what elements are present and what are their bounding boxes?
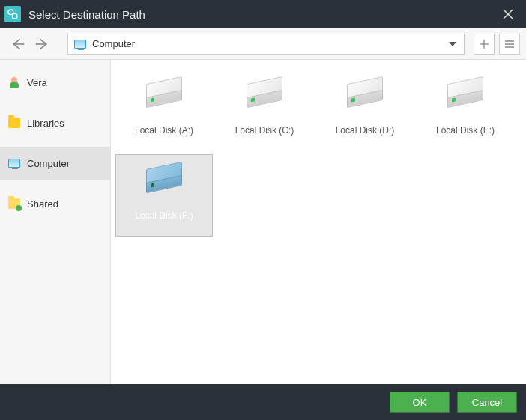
- shared-folder-icon: [7, 197, 21, 210]
- sidebar-item-label: Vera: [27, 77, 47, 88]
- libraries-icon: [7, 116, 21, 130]
- footer: OK Cancel: [0, 384, 526, 420]
- sidebar: Vera Libraries Computer Shared: [0, 60, 111, 384]
- disk-icon: [242, 76, 287, 115]
- window-title: Select Destination Path: [28, 8, 496, 21]
- ok-button[interactable]: OK: [390, 392, 450, 413]
- body: Vera Libraries Computer Shared Local Dis…: [0, 60, 526, 384]
- sidebar-item-label: Shared: [27, 198, 58, 210]
- disk-item[interactable]: Local Disk (F:): [115, 154, 213, 237]
- sidebar-item-vera[interactable]: Vera: [0, 66, 110, 99]
- list-icon: [504, 39, 515, 49]
- user-icon: [7, 76, 21, 89]
- disk-item[interactable]: Local Disk (E:): [417, 69, 514, 151]
- disk-item[interactable]: Local Disk (C:): [216, 69, 313, 151]
- view-list-button[interactable]: [499, 34, 520, 55]
- chevron-down-icon: [449, 42, 456, 46]
- breadcrumb-text: Computer: [92, 38, 446, 49]
- new-folder-button[interactable]: [474, 34, 495, 55]
- sidebar-item-shared[interactable]: Shared: [0, 187, 110, 220]
- disk-icon: [342, 76, 387, 115]
- disk-label: Local Disk (C:): [235, 125, 294, 136]
- cancel-button[interactable]: Cancel: [457, 392, 517, 413]
- monitor-icon: [7, 156, 21, 170]
- disk-item[interactable]: Local Disk (D:): [316, 69, 414, 151]
- svg-point-0: [8, 10, 13, 15]
- monitor-icon: [73, 40, 88, 49]
- close-icon: [503, 9, 513, 19]
- close-button[interactable]: [496, 2, 520, 26]
- sidebar-item-computer[interactable]: Computer: [0, 147, 110, 180]
- svg-point-1: [12, 13, 17, 19]
- sidebar-item-label: Libraries: [27, 118, 64, 129]
- disk-label: Local Disk (A:): [135, 125, 193, 136]
- nav-back-button[interactable]: [6, 32, 30, 56]
- arrow-right-icon: [34, 37, 49, 52]
- app-icon: [4, 6, 21, 22]
- disk-label: Local Disk (F:): [135, 210, 193, 221]
- sidebar-item-libraries[interactable]: Libraries: [0, 106, 110, 139]
- disk-label: Local Disk (D:): [336, 125, 395, 136]
- disk-icon: [443, 76, 488, 115]
- disk-icon: [142, 76, 187, 115]
- disk-label: Local Disk (E:): [436, 125, 495, 136]
- disk-item[interactable]: Local Disk (A:): [115, 69, 213, 151]
- breadcrumb[interactable]: Computer: [67, 34, 465, 55]
- arrow-left-icon: [10, 37, 25, 52]
- toolbar: Computer: [0, 28, 526, 60]
- breadcrumb-dropdown[interactable]: [446, 42, 459, 46]
- plus-icon: [479, 39, 489, 49]
- titlebar: Select Destination Path: [0, 0, 526, 28]
- nav-forward-button[interactable]: [30, 32, 54, 56]
- sidebar-item-label: Computer: [27, 158, 70, 169]
- main-grid: Local Disk (A:) Local Disk (C:) Local Di…: [111, 60, 526, 384]
- disk-icon: [142, 161, 187, 200]
